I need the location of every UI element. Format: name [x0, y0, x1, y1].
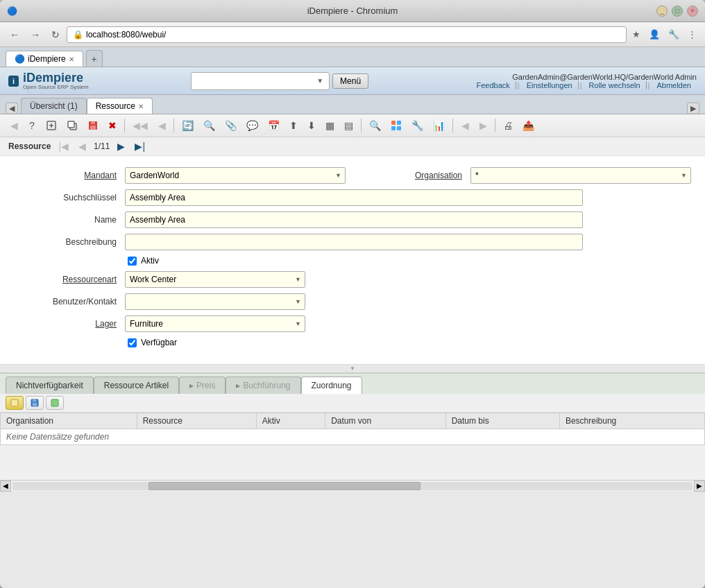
tool-refresh[interactable]: 🔄 — [178, 117, 198, 134]
svg-rect-8 — [391, 121, 396, 125]
svg-rect-15 — [33, 403, 37, 406]
settings-link[interactable]: Einstellungen — [521, 81, 579, 89]
suchschluessel-input[interactable] — [125, 189, 583, 206]
mandant-field: GardenWorld — [125, 167, 346, 184]
no-data-message: Keine Datensätze gefunden — [1, 429, 705, 445]
scroll-thumb[interactable] — [148, 482, 421, 490]
scroll-left-button[interactable]: ◀ — [0, 481, 11, 492]
subtab-ressource-artikel-label: Ressource Artikel — [104, 381, 169, 390]
beschreibung-input[interactable] — [125, 234, 583, 250]
tool-prev-page[interactable]: ◀◀ — [128, 117, 152, 134]
first-record-button[interactable]: |◀ — [56, 140, 71, 153]
tab-overview[interactable]: Übersicht (1) — [21, 98, 87, 114]
close-button[interactable]: × — [687, 6, 698, 17]
tool-prev[interactable]: ◀ — [153, 117, 170, 134]
sub-toolbar — [0, 394, 705, 413]
sub-tool-new[interactable] — [6, 396, 24, 410]
logout-link[interactable]: Abmelden — [651, 81, 697, 89]
tool-prev2[interactable]: ◀ — [457, 117, 473, 134]
tool-up[interactable]: ⬆ — [285, 117, 302, 134]
app-tab-bar: ◀ Übersicht (1) Ressource ✕ ▶ — [0, 95, 705, 114]
tool-delete[interactable]: ✖ — [104, 117, 121, 134]
forward-button[interactable]: → — [26, 26, 44, 43]
tool-calendar[interactable]: 📅 — [264, 117, 284, 134]
tool-form[interactable]: ▤ — [340, 117, 357, 134]
mandant-select[interactable]: GardenWorld — [125, 167, 346, 184]
nav-dropdown[interactable]: ▼ — [191, 72, 330, 90]
tool-graph[interactable]: 📊 — [429, 117, 449, 134]
tool-down[interactable]: ⬇ — [303, 117, 320, 134]
tool-next2[interactable]: ▶ — [475, 117, 491, 134]
benutzer-row: Benutzer/Kontakt — [14, 293, 691, 310]
menu-button[interactable]: Menü — [332, 74, 368, 89]
verfuegbar-row: Verfügbar — [14, 338, 691, 347]
sidebar-toggle-right[interactable]: ▶ — [687, 102, 699, 114]
name-input[interactable] — [125, 211, 583, 228]
app-header: i iDempiere Open Source ERP System ▼ Men… — [0, 67, 705, 95]
tool-export[interactable]: 📤 — [518, 117, 538, 134]
aktiv-checkbox[interactable] — [128, 257, 137, 266]
scroll-right-button[interactable]: ▶ — [694, 481, 705, 492]
ressourcenart-row: Ressourcenart Work Center — [14, 271, 691, 288]
record-label: Ressource — [8, 141, 51, 151]
back-button[interactable]: ← — [6, 26, 24, 43]
lager-row: Lager Furniture — [14, 315, 691, 332]
nav-bar: ← → ↻ 🔒 ★ 👤 🔧 ⋮ — [0, 22, 705, 47]
tool-save[interactable] — [83, 117, 103, 134]
subtab-preis[interactable]: ▶ Preis — [179, 377, 226, 394]
role-switch-link[interactable]: Rolle wechseln — [584, 81, 647, 89]
tab-favicon: 🔵 — [15, 54, 25, 64]
tool-copy[interactable] — [62, 117, 82, 134]
prev-record-button[interactable]: ◀ — [76, 140, 88, 153]
tool-product[interactable] — [387, 117, 406, 134]
minimize-button[interactable]: _ — [656, 6, 668, 17]
extensions-icon[interactable]: 🔧 — [665, 28, 682, 41]
beschreibung-field — [125, 234, 691, 250]
bookmark-icon[interactable]: ★ — [629, 28, 643, 41]
tool-comment[interactable]: 💬 — [242, 117, 262, 134]
horizontal-scrollbar[interactable]: ◀ ▶ — [0, 480, 705, 491]
tool-zoom[interactable]: 🔍 — [365, 117, 385, 134]
profile-icon[interactable]: 👤 — [646, 28, 663, 41]
address-bar[interactable]: 🔒 — [67, 26, 627, 43]
verfuegbar-checkbox[interactable] — [128, 338, 137, 347]
sub-tool-save[interactable] — [26, 396, 44, 410]
subtab-nichtverfuegbarkeit[interactable]: Nichtverfügbarkeit — [6, 377, 94, 394]
tool-print[interactable]: 🖨 — [499, 117, 517, 134]
logo-sub: Open Source ERP System — [23, 84, 89, 90]
next-record-button[interactable]: ▶ — [115, 140, 127, 153]
sidebar-toggle-left[interactable]: ◀ — [6, 102, 18, 114]
url-input[interactable] — [86, 30, 620, 40]
subtab-bar: Nichtverfügbarkeit Ressource Artikel ▶ P… — [0, 373, 705, 394]
scroll-indicator: ▼ — [0, 365, 705, 373]
lager-select[interactable]: Furniture — [125, 315, 305, 332]
org-select[interactable]: * — [470, 167, 691, 184]
tool-search[interactable]: 🔍 — [199, 117, 219, 134]
browser-tab[interactable]: 🔵 iDempiere ✕ — [6, 51, 83, 67]
scroll-track[interactable] — [12, 482, 693, 490]
ressourcenart-field: Work Center — [125, 271, 305, 288]
tab-close-button[interactable]: ✕ — [69, 55, 74, 63]
subtab-buchfuehrung[interactable]: ▶ Buchführung — [226, 377, 300, 394]
more-icon[interactable]: ⋮ — [685, 28, 699, 41]
tab-ressource-close[interactable]: ✕ — [138, 103, 144, 110]
tool-grid[interactable]: ▦ — [321, 117, 339, 134]
feedback-link[interactable]: Feedback — [471, 81, 516, 89]
tab-ressource[interactable]: Ressource ✕ — [87, 98, 153, 114]
sub-tool-delete[interactable] — [46, 396, 64, 410]
last-record-button[interactable]: ▶| — [133, 140, 147, 153]
maximize-button[interactable]: □ — [672, 6, 683, 17]
tool-drill[interactable]: 🔧 — [407, 117, 427, 134]
tool-back[interactable]: ◀ — [6, 117, 22, 134]
sep5 — [495, 119, 495, 132]
tool-attach[interactable]: 📎 — [221, 117, 241, 134]
nav-icons: ★ 👤 🔧 ⋮ — [629, 28, 699, 41]
new-tab-button[interactable]: + — [86, 50, 103, 67]
ressourcenart-select[interactable]: Work Center — [125, 271, 305, 288]
benutzer-select[interactable] — [125, 293, 305, 310]
reload-button[interactable]: ↻ — [47, 26, 64, 43]
subtab-ressource-artikel[interactable]: Ressource Artikel — [94, 377, 179, 394]
subtab-zuordnung[interactable]: Zuordnung — [301, 377, 362, 394]
tool-help[interactable]: ? — [24, 117, 40, 134]
tool-new[interactable] — [42, 117, 61, 134]
